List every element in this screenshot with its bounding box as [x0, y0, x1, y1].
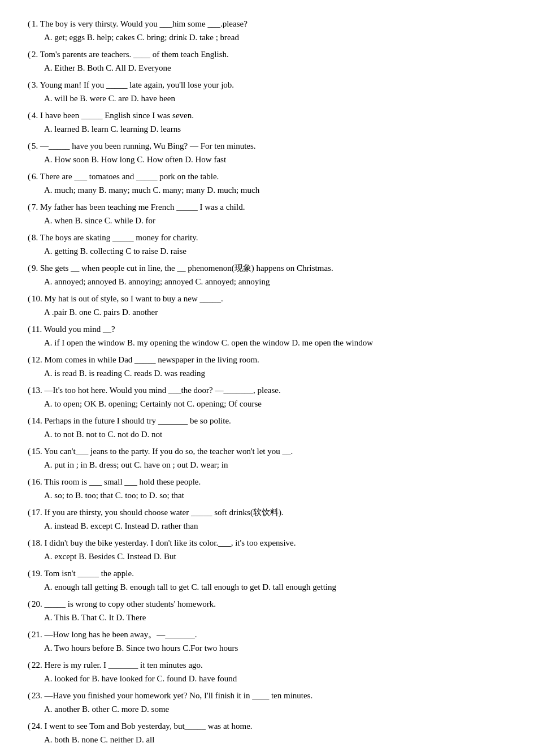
- question-block: (14. Perhaps in the future I should try …: [23, 414, 511, 441]
- question-block: (3. Young man! If you _____ late again, …: [23, 78, 511, 105]
- options-line: A. to open; OK B. opening; Certainly not…: [23, 397, 511, 411]
- options-line: A. if I open the window B. my opening th…: [23, 336, 511, 349]
- left-paren: (: [23, 383, 31, 397]
- question-block: (13. —It's too hot here. Would you mind …: [23, 383, 511, 411]
- question-block: (9. She gets __ when people cut in line,…: [23, 261, 511, 288]
- left-paren: (: [23, 292, 31, 305]
- question-block: (5. —_____ have you been running, Wu Bin…: [23, 139, 511, 166]
- options-line: A. will be B. were C. are D. have been: [23, 92, 511, 105]
- options-line: A. is read B. is reading C. reads D. was…: [23, 366, 511, 380]
- question-text: 16. This room is ___ small ___ hold thes…: [32, 475, 511, 489]
- left-paren: (: [23, 200, 31, 214]
- question-line: (20. _____ is wrong to copy other studen…: [23, 597, 511, 611]
- question-text: 19. Tom isn't _____ the apple.: [32, 567, 511, 580]
- question-line: (17. If you are thirsty, you should choo…: [23, 506, 511, 519]
- question-line: (4. I have been _____ English since I wa…: [23, 109, 511, 122]
- question-line: (14. Perhaps in the future I should try …: [23, 414, 511, 427]
- question-line: (11. Would you mind __?: [23, 322, 511, 336]
- options-line: A. when B. since C. while D. for: [23, 214, 511, 227]
- question-block: (12. Mom comes in while Dad _____ newspa…: [23, 353, 511, 380]
- question-text: 7. My father has been teaching me French…: [32, 200, 511, 214]
- question-text: 6. There are ___ tomatoes and _____ pork…: [32, 170, 511, 183]
- question-block: (6. There are ___ tomatoes and _____ por…: [23, 170, 511, 197]
- question-line: (23. —Have you finished your homework ye…: [23, 689, 511, 702]
- question-text: 8. The boys are skating _____ money for …: [32, 231, 511, 244]
- question-text: 1. The boy is very thirsty. Would you __…: [32, 17, 511, 31]
- question-text: 15. You can't___ jeans to the party. If …: [32, 444, 511, 458]
- options-line: A. another B. other C. more D. some: [23, 702, 511, 716]
- options-line: A. looked for B. have looked for C. foun…: [23, 672, 511, 685]
- question-block: (23. —Have you finished your homework ye…: [23, 689, 511, 716]
- question-block: (22. Here is my ruler. I _______ it ten …: [23, 658, 511, 685]
- question-text: 23. —Have you finished your homework yet…: [32, 689, 511, 702]
- question-text: 14. Perhaps in the future I should try _…: [32, 414, 511, 427]
- question-block: (16. This room is ___ small ___ hold the…: [23, 475, 511, 502]
- question-line: (13. —It's too hot here. Would you mind …: [23, 383, 511, 397]
- left-paren: (: [23, 353, 31, 366]
- left-paren: (: [23, 506, 31, 519]
- question-text: 12. Mom comes in while Dad _____ newspap…: [32, 353, 511, 366]
- question-line: (12. Mom comes in while Dad _____ newspa…: [23, 353, 511, 366]
- options-line: A. getting B. collecting C to raise D. r…: [23, 244, 511, 258]
- question-text: 5. —_____ have you been running, Wu Bing…: [32, 139, 511, 153]
- options-line: A. annoyed; annoyed B. annoying; annoyed…: [23, 275, 511, 288]
- left-paren: (: [23, 170, 31, 183]
- question-line: (9. She gets __ when people cut in line,…: [23, 261, 511, 275]
- left-paren: (: [23, 597, 31, 611]
- question-line: (16. This room is ___ small ___ hold the…: [23, 475, 511, 489]
- left-paren: (: [23, 109, 31, 122]
- question-text: 2. Tom's parents are teachers. ____ of t…: [32, 47, 511, 61]
- question-line: (8. The boys are skating _____ money for…: [23, 231, 511, 244]
- left-paren: (: [23, 414, 31, 427]
- left-paren: (: [23, 78, 31, 92]
- question-text: 10. My hat is out of style, so I want to…: [32, 292, 511, 305]
- left-paren: (: [23, 719, 31, 733]
- question-block: (18. I didn't buy the bike yesterday. I …: [23, 536, 511, 563]
- question-block: (15. You can't___ jeans to the party. If…: [23, 444, 511, 472]
- left-paren: (: [23, 689, 31, 702]
- options-line: A. put in ; in B. dress; out C. have on …: [23, 458, 511, 472]
- question-block: (17. If you are thirsty, you should choo…: [23, 506, 511, 533]
- question-text: 24. I went to see Tom and Bob yesterday,…: [32, 719, 511, 733]
- question-text: 21. —How long has he been away。—_______.: [32, 628, 511, 641]
- left-paren: (: [23, 567, 31, 580]
- left-paren: (: [23, 658, 31, 672]
- options-line: A. This B. That C. It D. There: [23, 611, 511, 624]
- question-text: 4. I have been _____ English since I was…: [32, 109, 511, 122]
- left-paren: (: [23, 628, 31, 641]
- question-block: (21. —How long has he been away。—_______…: [23, 628, 511, 655]
- question-text: 20. _____ is wrong to copy other student…: [32, 597, 511, 611]
- question-block: (1. The boy is very thirsty. Would you _…: [23, 17, 511, 44]
- question-line: (5. —_____ have you been running, Wu Bin…: [23, 139, 511, 153]
- question-line: (21. —How long has he been away。—_______…: [23, 628, 511, 641]
- left-paren: (: [23, 231, 31, 244]
- left-paren: (: [23, 322, 31, 336]
- options-line: A. so; to B. too; that C. too; to D. so;…: [23, 489, 511, 502]
- question-text: 13. —It's too hot here. Would you mind _…: [32, 383, 511, 397]
- left-paren: (: [23, 536, 31, 550]
- options-line: A. learned B. learn C. learning D. learn…: [23, 122, 511, 136]
- options-line: A .pair B. one C. pairs D. another: [23, 305, 511, 319]
- question-line: (10. My hat is out of style, so I want t…: [23, 292, 511, 305]
- question-line: (6. There are ___ tomatoes and _____ por…: [23, 170, 511, 183]
- question-block: (4. I have been _____ English since I wa…: [23, 109, 511, 136]
- question-line: (24. I went to see Tom and Bob yesterday…: [23, 719, 511, 733]
- question-text: 17. If you are thirsty, you should choos…: [32, 506, 511, 519]
- question-line: (22. Here is my ruler. I _______ it ten …: [23, 658, 511, 672]
- question-text: 9. She gets __ when people cut in line, …: [32, 261, 511, 275]
- question-block: (8. The boys are skating _____ money for…: [23, 231, 511, 258]
- question-block: (19. Tom isn't _____ the apple.A. enough…: [23, 567, 511, 594]
- options-line: A. enough tall getting B. enough tall to…: [23, 580, 511, 594]
- options-line: A. to not B. not to C. not do D. not: [23, 427, 511, 441]
- options-line: A. Either B. Both C. All D. Everyone: [23, 61, 511, 75]
- question-line: (15. You can't___ jeans to the party. If…: [23, 444, 511, 458]
- questions-container: (1. The boy is very thirsty. Would you _…: [23, 17, 511, 746]
- question-block: (11. Would you mind __?A. if I open the …: [23, 322, 511, 349]
- question-text: 11. Would you mind __?: [32, 322, 511, 336]
- options-line: A. Two hours before B. Since two hours C…: [23, 641, 511, 655]
- question-line: (7. My father has been teaching me Frenc…: [23, 200, 511, 214]
- left-paren: (: [23, 47, 31, 61]
- question-line: (2. Tom's parents are teachers. ____ of …: [23, 47, 511, 61]
- options-line: A. get; eggs B. help; cakes C. bring; dr…: [23, 31, 511, 44]
- question-line: (19. Tom isn't _____ the apple.: [23, 567, 511, 580]
